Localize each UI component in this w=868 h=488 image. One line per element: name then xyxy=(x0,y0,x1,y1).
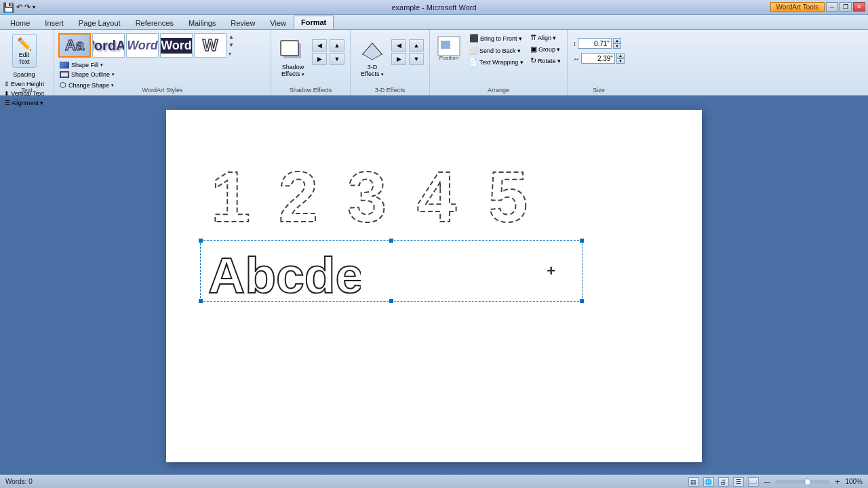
handle-tr[interactable] xyxy=(579,238,585,243)
width-up-btn[interactable]: ▲ xyxy=(616,53,625,58)
height-input[interactable] xyxy=(578,38,612,49)
shadow-effects-btn[interactable]: Shadow Effects ▾ xyxy=(277,33,309,79)
shape-outline-btn[interactable]: Shape Outline ▾ xyxy=(58,70,267,79)
view-web-btn[interactable]: 🌐 xyxy=(703,477,714,487)
wordart-style-1[interactable]: Aa xyxy=(58,33,91,58)
ribbon-group-size: ↕ ▲ ▼ ↔ ▲ ▼ Size xyxy=(568,30,630,95)
svg-text:2: 2 xyxy=(279,157,318,228)
close-btn[interactable]: ✕ xyxy=(853,2,865,12)
handle-bl[interactable] xyxy=(198,298,203,304)
handle-tl[interactable] xyxy=(198,238,203,243)
shadow-left-btn[interactable]: ◀ xyxy=(312,39,327,52)
word-icon: 💾 xyxy=(3,2,14,13)
zoom-level[interactable]: 100% xyxy=(845,478,863,485)
wordart-style-5[interactable]: W xyxy=(194,33,226,58)
text-group-label: Text xyxy=(0,87,54,94)
view-outline-btn[interactable]: ☰ xyxy=(733,477,744,487)
wordart-style-3[interactable]: Word xyxy=(126,33,159,58)
height-input-row: ↕ ▲ ▼ xyxy=(573,38,625,49)
number-2: 2 xyxy=(267,150,331,230)
tilt-down-btn[interactable]: ▼ xyxy=(409,53,424,65)
tilt-left-btn[interactable]: ◀ xyxy=(391,39,406,52)
shadow-effects-label2: Effects ▾ xyxy=(281,70,304,77)
handle-br[interactable] xyxy=(579,298,585,304)
view-reading-btn[interactable]: 📖 xyxy=(748,477,759,487)
minimize-btn[interactable]: ─ xyxy=(826,2,838,12)
numbers-row: 1 2 3 4 xyxy=(200,150,668,230)
restore-btn[interactable]: ❐ xyxy=(840,2,852,12)
wordart-style-2[interactable]: WordArt xyxy=(92,33,125,58)
cursor-cross: + xyxy=(547,262,555,280)
redo-btn[interactable]: ↷ xyxy=(24,3,31,12)
zoom-in-btn[interactable]: + xyxy=(833,477,841,487)
width-down-btn[interactable]: ▼ xyxy=(616,58,625,64)
svg-text:1: 1 xyxy=(211,157,250,228)
ribbon-group-wordart-styles: Aa WordArt Word Word W ▲ ▼ ▾ xyxy=(54,30,271,95)
shadow-down-btn[interactable]: ▼ xyxy=(330,53,344,65)
arrange-group-label: Arrange xyxy=(430,87,567,94)
height-up-btn[interactable]: ▲ xyxy=(613,38,621,43)
tab-page-layout[interactable]: Page Layout xyxy=(71,16,128,29)
shadow-effects-label: Shadow xyxy=(282,64,304,70)
effects-3d-label2: Effects ▾ xyxy=(361,70,384,77)
tab-home[interactable]: Home xyxy=(3,16,37,29)
quick-access-toolbar: 💾 ↶ ↷ ▾ xyxy=(3,2,35,13)
wordart-selection[interactable]: Abcde + xyxy=(200,240,583,302)
edit-text-label: Edit xyxy=(19,52,30,58)
zoom-slider[interactable] xyxy=(775,480,829,484)
alignment-btn[interactable]: ☰ Alignment ▾ xyxy=(3,99,45,107)
tab-references[interactable]: References xyxy=(128,16,181,29)
ribbon-group-arrange: Position ⬛ Bring to Front ▾ ⬜ Send to Ba… xyxy=(430,30,568,95)
title-bar-title: example - Microsoft Word xyxy=(391,3,476,12)
align-btn[interactable]: ⇈ Align ▾ xyxy=(528,33,563,43)
number-4: 4 xyxy=(403,150,471,230)
shadow-right-btn[interactable]: ▶ xyxy=(312,53,327,65)
tab-insert[interactable]: Insert xyxy=(37,16,71,29)
tab-view[interactable]: View xyxy=(262,16,294,29)
edit-text-label2: Text xyxy=(18,58,30,65)
undo-btn[interactable]: ↶ xyxy=(16,3,22,12)
height-icon: ↕ xyxy=(573,40,576,47)
handle-bm[interactable] xyxy=(389,298,394,304)
tilt-right-btn[interactable]: ▶ xyxy=(391,53,406,65)
shadow-up-btn[interactable]: ▲ xyxy=(330,39,344,52)
number-3: 3 xyxy=(336,150,397,230)
effects-3d-btn[interactable]: 3-D Effects ▾ xyxy=(356,33,389,79)
shape-fill-btn[interactable]: Shape Fill ▾ xyxy=(58,61,267,69)
svg-text:Abcde: Abcde xyxy=(208,247,361,300)
group-btn[interactable]: ▣ Group ▾ xyxy=(528,44,563,54)
width-icon: ↔ xyxy=(573,55,580,62)
svg-text:3: 3 xyxy=(347,157,387,228)
ribbon-group-text: ✏️ Edit Text Spacing ⇕ Even Height ⬍ Ver… xyxy=(0,30,54,95)
ribbon-group-shadow: Shadow Effects ▾ ◀ ▶ ▲ ▼ Shadow Effects xyxy=(271,30,351,95)
customize-btn[interactable]: ▾ xyxy=(33,4,35,10)
size-group-label: Size xyxy=(568,87,630,94)
gallery-scroll-up[interactable]: ▲ ▼ ▾ xyxy=(229,33,234,58)
width-input-row: ↔ ▲ ▼ xyxy=(573,53,625,64)
ribbon-group-3d: 3-D Effects ▾ ◀ ▶ ▲ ▼ 3-D Effects xyxy=(351,30,430,95)
height-down-btn[interactable]: ▼ xyxy=(613,43,621,49)
wordart-style-4[interactable]: Word xyxy=(160,33,193,58)
handle-tm[interactable] xyxy=(389,238,394,243)
width-input[interactable] xyxy=(581,53,615,64)
tab-mailings[interactable]: Mailings xyxy=(181,16,223,29)
send-to-back-btn[interactable]: ⬜ Send to Back ▾ xyxy=(467,45,526,56)
bring-to-front-btn[interactable]: ⬛ Bring to Front ▾ xyxy=(467,33,526,44)
document: 1 2 3 4 xyxy=(166,110,702,462)
effects-3d-label: 3-D xyxy=(368,64,378,70)
zoom-out-btn[interactable]: ─ xyxy=(763,477,772,487)
tab-format[interactable]: Format xyxy=(294,16,334,29)
tab-review[interactable]: Review xyxy=(223,16,262,29)
text-wrapping-btn[interactable]: 📄 Text Wrapping ▾ xyxy=(467,57,526,67)
svg-text:5: 5 xyxy=(488,157,528,228)
position-btn[interactable]: Position xyxy=(434,33,464,67)
spacing-btn[interactable]: Spacing xyxy=(12,70,37,79)
view-normal-btn[interactable]: ▤ xyxy=(688,477,699,487)
edit-text-btn[interactable]: ✏️ Edit Text xyxy=(12,34,37,68)
rotate-btn[interactable]: ↻ Rotate ▾ xyxy=(528,56,563,66)
tilt-up-btn[interactable]: ▲ xyxy=(409,39,424,52)
effects-3d-group-label: 3-D Effects xyxy=(351,87,429,94)
svg-rect-1 xyxy=(281,41,298,56)
view-print-btn[interactable]: 🖨 xyxy=(718,477,729,487)
shadow-group-label: Shadow Effects xyxy=(271,87,350,94)
